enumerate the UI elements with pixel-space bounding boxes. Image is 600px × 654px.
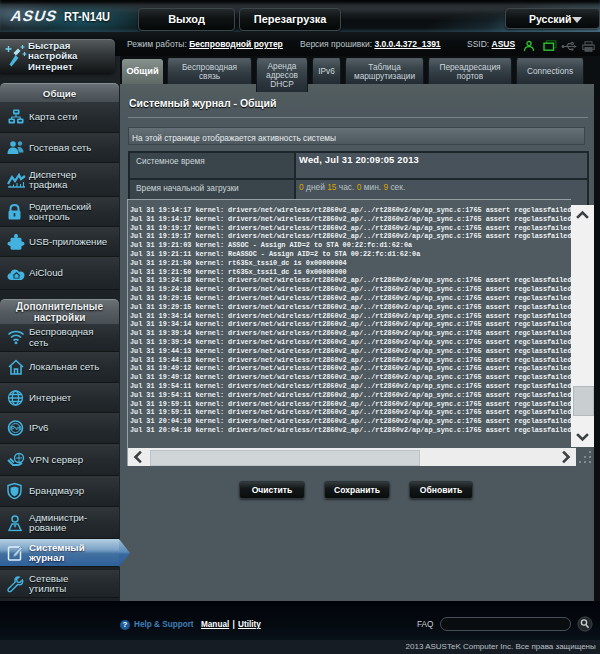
svg-text:IPv6: IPv6 [9,425,22,431]
svg-text:ASUS: ASUS [9,7,60,23]
